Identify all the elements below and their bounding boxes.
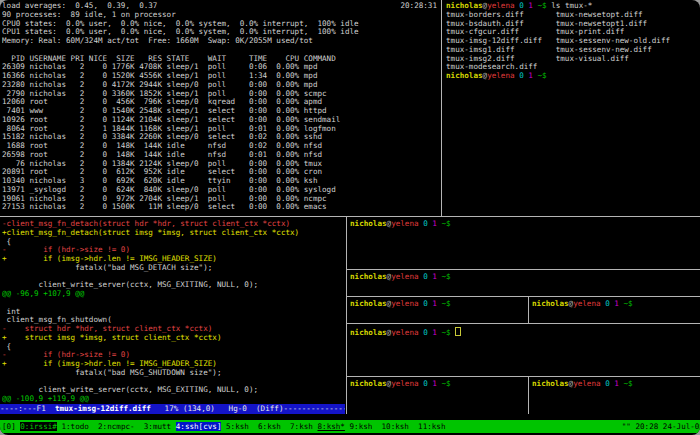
shell-prompt: nicholas@yelena 0 1 ~$ (446, 72, 700, 81)
diff-line: client_write_server(cctx, MSG_EXITING, N… (2, 281, 345, 290)
window-item[interactable]: [0] (2, 422, 20, 431)
diff-line: { (2, 238, 345, 247)
pane-border-vertical-bottom[interactable] (346, 216, 347, 414)
window-item[interactable]: 8:ksh* (317, 422, 344, 431)
window-item[interactable]: 9:ksh 10:ksh 11:ksh (345, 422, 446, 431)
prompt-host: yelena (487, 72, 514, 80)
prompt-symbol: ~$ (437, 273, 451, 281)
process-row: 12060 root 2 0 456K 796K sleep/0 kqread … (2, 98, 441, 107)
top-info-line: 90 processes: 89 idle, 1 on processor (2, 11, 441, 20)
prompt-host: yelena (487, 2, 514, 10)
prompt-num0: 0 (601, 380, 610, 388)
window-item[interactable]: 4:ssh[cvs] (176, 422, 222, 431)
top-info-line: Memory: Real: 60M/324M act/tot Free: 166… (2, 37, 441, 46)
prompt-symbol: ~$ (437, 300, 451, 308)
prompt-num0: 0 (419, 220, 428, 228)
process-row: 10340 nicholas 3 0 692K 620K idle ttyin … (2, 177, 441, 186)
process-table: 26309 nicholas 2 0 1776K 4708K sleep/1 p… (2, 63, 441, 212)
pane-border-h1[interactable] (346, 269, 700, 270)
process-row: 23280 nicholas 2 0 4172K 2944K sleep/0 p… (2, 81, 441, 90)
diff-line: -client_msg_fn_detach(struct hdr *hdr, s… (2, 220, 345, 229)
pane-shell-1[interactable]: nicholas@yelena 0 1 ~$ (348, 218, 700, 268)
window-item[interactable]: 5:ksh 6:ksh 7:ksh (221, 422, 317, 431)
process-row: 20891 root 2 0 612K 952K idle select 0:0… (2, 168, 441, 177)
diff-line: +client_msg_fn_detach(struct imsg *imsg,… (2, 229, 345, 238)
pane-border-h3[interactable] (346, 323, 700, 324)
diff-line: + if (imsg->hdr.len != IMSG_HEADER_SIZE) (2, 255, 345, 264)
prompt-symbol: ~$ (437, 328, 451, 336)
shell-prompt: nicholas@yelena 0 1 ~$ (350, 300, 526, 309)
shell-prompt: nicholas@yelena 0 1 ~$ (532, 300, 700, 309)
terminal-cursor (455, 327, 461, 336)
blank-line (2, 46, 441, 55)
pane-shell-ls[interactable]: nicholas@yelena 0 1 ~$ ls tmux-* tmux-bo… (444, 0, 700, 215)
prompt-symbol: ~$ (437, 220, 451, 228)
window-item[interactable]: 0:irssi# (20, 422, 57, 431)
pane-shell-5-left[interactable]: nicholas@yelena 0 1 ~$ (348, 378, 526, 412)
file-list-line: tmux-borders.diff tmux-newsetopt.diff (446, 11, 700, 20)
file-list-line: tmux-modesearch.diff (446, 63, 700, 72)
process-row: 26598 root 2 0 148K 144K idle nfsd 0:01 … (2, 151, 441, 160)
process-row: 16366 nicholas 2 0 1520K 4556K sleep/1 p… (2, 72, 441, 81)
pane-border-horizontal-main[interactable] (0, 216, 700, 217)
pane-shell-2[interactable]: nicholas@yelena 0 1 ~$ (348, 271, 700, 295)
prompt-num0: 0 (419, 380, 428, 388)
diff-line: client_msg_fn_shutdown( (2, 316, 345, 325)
pane-emacs-diff[interactable]: -client_msg_fn_detach(struct hdr *hdr, s… (0, 218, 345, 414)
pane-shell-5-right[interactable]: nicholas@yelena 0 1 ~$ (530, 378, 700, 412)
tmux-status-bar[interactable]: [0] 0:irssi# 1:todo 2:ncmpc- 3:mutt 4:ss… (0, 420, 700, 433)
pane-border-h4[interactable] (346, 376, 700, 377)
process-row: 15182 nicholas 2 0 3384K 2260K sleep/0 s… (2, 133, 441, 142)
modeline-info: 17% (134,0) Hg-0 (Diff) (151, 404, 284, 413)
top-info-line: load averages: 0.45, 0.39, 0.37 (2, 2, 441, 11)
terminal-screen: 20:28:31 load averages: 0.45, 0.39, 0.37… (0, 0, 700, 435)
top-info-line: CPU0 states: 0.0% user, 0.0% nice, 0.0% … (2, 20, 441, 29)
process-row: 2790 nicholas 2 0 3360K 1852K sleep/1 po… (2, 90, 441, 99)
pane-border-v-row3[interactable] (528, 296, 529, 323)
command-text: ls tmux-* (547, 2, 593, 10)
prompt-num0: 0 (515, 72, 524, 80)
prompt-user: nicholas (350, 328, 387, 336)
prompt-host: yelena (391, 380, 418, 388)
prompt-num1: 1 (524, 72, 533, 80)
prompt-num1: 1 (610, 380, 619, 388)
pane-border-v-row5[interactable] (528, 376, 529, 414)
file-list: tmux-borders.diff tmux-newsetopt.difftmu… (446, 11, 700, 72)
modeline-prefix: ----:---F1 (0, 404, 55, 413)
window-item[interactable]: 1:todo 2:ncmpc- 3:mutt (57, 422, 176, 431)
diff-line: + struct imsg *imsg, struct client_ctx *… (2, 334, 345, 343)
prompt-num1: 1 (428, 380, 437, 388)
top-info-line: CPU1 states: 0.0% user, 0.0% nice, 0.0% … (2, 28, 441, 37)
file-list-line: tmux-imsg-12diff.diff tmux-sessenv-new-o… (446, 37, 700, 46)
pane-top-monitor[interactable]: 20:28:31 load averages: 0.45, 0.39, 0.37… (0, 0, 441, 215)
process-table-header: PID USERNAME PRI NICE SIZE RES STATE WAI… (2, 55, 441, 64)
diff-line: + if (imsg->hdr.len != IMSG_HEADER_SIZE) (2, 360, 345, 369)
process-row: 27153 nicholas 2 0 1500K 11M sleep/0 sel… (2, 203, 441, 212)
diff-line: @@ -96,9 +107,9 @@ (2, 290, 345, 299)
diff-buffer: -client_msg_fn_detach(struct hdr *hdr, s… (2, 220, 345, 404)
prompt-user: nicholas (350, 220, 387, 228)
shell-prompt: nicholas@yelena 0 1 ~$ (532, 380, 700, 389)
prompt-num0: 0 (419, 300, 428, 308)
prompt-user: nicholas (446, 2, 483, 10)
pane-shell-3-left[interactable]: nicholas@yelena 0 1 ~$ (348, 298, 526, 322)
process-row: 76 nicholas 2 0 1384K 2124K sleep/0 poll… (2, 160, 441, 169)
pane-border-vertical-top[interactable] (441, 0, 442, 216)
file-list-line: tmux-cfgcur.diff tmux-print.diff (446, 28, 700, 37)
prompt-num1: 1 (428, 220, 437, 228)
prompt-num1: 1 (428, 273, 437, 281)
prompt-host: yelena (573, 380, 600, 388)
pane-shell-active[interactable]: nicholas@yelena 0 1 ~$ (348, 325, 700, 375)
pane-shell-3-right[interactable]: nicholas@yelena 0 1 ~$ (530, 298, 700, 322)
modeline-filename: tmux-imsg-12diff.diff (55, 404, 151, 413)
diff-line: int (2, 308, 345, 317)
shell-prompt: nicholas@yelena 0 1 ~$ (350, 220, 700, 229)
process-row: 8064 root 2 1 1844K 1168K sleep/1 poll 0… (2, 125, 441, 134)
process-row: 10926 root 2 0 1124K 2104K sleep/1 selec… (2, 116, 441, 125)
diff-line: @@ -100,9 +119,9 @@ (2, 395, 345, 404)
shell-prompt: nicholas@yelena 0 1 ~$ (350, 380, 526, 389)
pane-border-h2[interactable] (346, 296, 700, 297)
window-list: [0] 0:irssi# 1:todo 2:ncmpc- 3:mutt 4:ss… (2, 420, 446, 433)
file-list-line: tmux-bsdauth.diff tmux-newsetopt1.diff (446, 20, 700, 29)
shell-prompt: nicholas@yelena 0 1 ~$ (350, 273, 700, 282)
